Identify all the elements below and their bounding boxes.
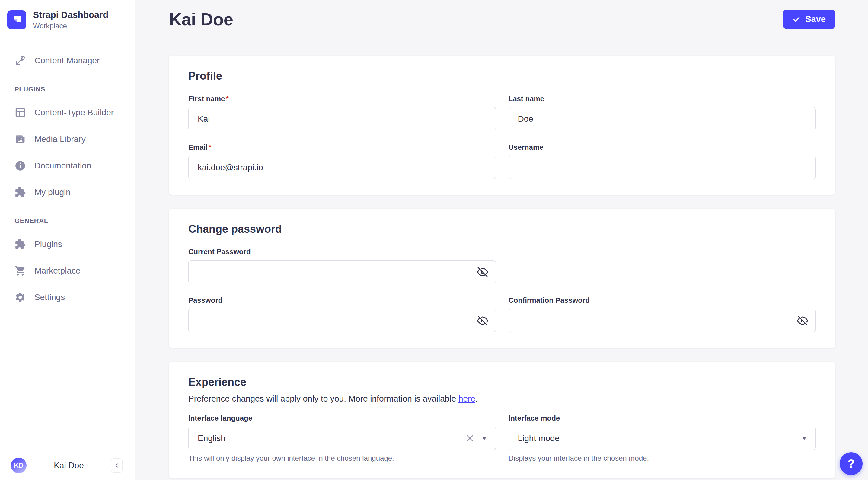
sidebar: Strapi Dashboard Workplace Content Manag…: [0, 0, 135, 480]
change-password-title: Change password: [188, 223, 816, 236]
question-mark-icon: ?: [847, 457, 855, 471]
sidebar-item-my-plugin[interactable]: My plugin: [4, 181, 131, 203]
eye-slash-icon: [477, 267, 488, 277]
profile-card: Profile First name* Last name Email* Use…: [169, 56, 835, 195]
sidebar-item-label: Settings: [34, 293, 65, 302]
username-label: Username: [508, 143, 816, 152]
username-field-group: Username: [508, 143, 816, 179]
page-header: Kai Doe Save: [169, 9, 835, 29]
workspace-title: Strapi Dashboard: [33, 10, 108, 20]
edit-pen-icon: [14, 55, 26, 66]
password-label: Password: [188, 296, 496, 305]
close-icon: [465, 434, 474, 443]
more-information-link[interactable]: here: [459, 394, 475, 403]
gear-icon: [14, 292, 26, 303]
interface-language-select[interactable]: English: [188, 426, 496, 450]
experience-card: Experience Preference changes will apply…: [169, 362, 835, 478]
cart-icon: [14, 265, 26, 276]
email-field-group: Email*: [188, 143, 496, 179]
new-password-field-group: Password: [188, 296, 496, 332]
save-button[interactable]: Save: [783, 10, 835, 29]
confirmation-password-field-group: Confirmation Password: [508, 296, 816, 332]
workspace-brand: Strapi Dashboard Workplace: [0, 0, 134, 42]
puzzle-icon: [14, 186, 26, 198]
main-content: Kai Doe Save Profile First name* Last na…: [135, 0, 868, 480]
save-button-label: Save: [805, 14, 826, 24]
profile-fields: First name* Last name Email* Username: [188, 94, 816, 179]
interface-language-value: English: [198, 433, 465, 443]
layout-icon: [14, 107, 26, 118]
current-password-field-group: Current Password: [188, 247, 496, 283]
sidebar-item-marketplace[interactable]: Marketplace: [4, 260, 131, 282]
first-name-field-group: First name*: [188, 94, 496, 130]
experience-subtitle: Preference changes will apply only to yo…: [188, 394, 816, 403]
chevron-down-icon: [802, 437, 807, 440]
sidebar-item-plugins[interactable]: Plugins: [4, 233, 131, 255]
sidebar-item-settings[interactable]: Settings: [4, 287, 131, 308]
experience-subtitle-text: Preference changes will apply only to yo…: [188, 394, 459, 403]
toggle-current-password-visibility-button[interactable]: [477, 267, 488, 277]
email-label-text: Email: [188, 143, 208, 151]
clear-language-button[interactable]: [465, 434, 474, 443]
password-input[interactable]: [188, 309, 496, 332]
page-title: Kai Doe: [169, 9, 233, 29]
sidebar-nav: Content Manager PLUGINS Content-Type Bui…: [0, 42, 134, 451]
first-name-input[interactable]: [188, 107, 496, 130]
workspace-text: Strapi Dashboard Workplace: [33, 10, 108, 30]
user-menu[interactable]: KD Kai Doe: [0, 451, 134, 480]
confirmation-password-label: Confirmation Password: [508, 296, 816, 305]
sidebar-item-content-type-builder[interactable]: Content-Type Builder: [4, 102, 131, 123]
eye-slash-icon: [477, 315, 488, 326]
sidebar-item-label: Content-Type Builder: [34, 108, 114, 117]
sidebar-section-general: GENERAL: [14, 217, 131, 225]
chevron-left-icon: [114, 463, 120, 468]
first-name-label: First name*: [188, 94, 496, 103]
interface-language-hint: This will only display your own interfac…: [188, 454, 496, 462]
confirmation-password-wrapper: [508, 309, 816, 332]
experience-fields: Interface language English This will onl…: [188, 414, 816, 462]
current-password-input[interactable]: [188, 260, 496, 283]
check-icon: [793, 16, 800, 23]
sidebar-item-media-library[interactable]: Media Library: [4, 128, 131, 150]
avatar: KD: [11, 458, 27, 473]
profile-card-title: Profile: [188, 70, 816, 82]
user-name: Kai Doe: [31, 461, 106, 470]
email-input[interactable]: [188, 156, 496, 179]
username-input[interactable]: [508, 156, 816, 179]
change-password-card: Change password Current Password Passwor…: [169, 209, 835, 348]
last-name-label: Last name: [508, 94, 816, 103]
image-icon: [14, 133, 26, 145]
interface-mode-hint: Displays your interface in the chosen mo…: [508, 454, 816, 462]
last-name-input[interactable]: [508, 107, 816, 130]
help-button[interactable]: ?: [840, 452, 863, 475]
confirmation-password-input[interactable]: [508, 309, 816, 332]
strapi-logo-icon: [7, 10, 26, 29]
interface-mode-value: Light mode: [518, 433, 802, 443]
sidebar-item-content-manager[interactable]: Content Manager: [4, 50, 131, 71]
current-password-wrapper: [188, 260, 496, 283]
chevron-down-icon: [482, 437, 487, 440]
sidebar-item-documentation[interactable]: Documentation: [4, 155, 131, 177]
last-name-field-group: Last name: [508, 94, 816, 130]
info-circle-icon: [14, 160, 26, 172]
sidebar-collapse-button[interactable]: [111, 458, 123, 473]
toggle-confirmation-password-visibility-button[interactable]: [797, 315, 808, 326]
interface-mode-select[interactable]: Light mode: [508, 426, 816, 450]
interface-language-label: Interface language: [188, 414, 496, 422]
puzzle-icon: [14, 239, 26, 250]
password-fields: Current Password Password: [188, 247, 816, 332]
password-wrapper: [188, 309, 496, 332]
interface-mode-label: Interface mode: [508, 414, 816, 422]
first-name-label-text: First name: [188, 94, 225, 103]
current-password-label: Current Password: [188, 247, 496, 256]
sidebar-item-label: Marketplace: [34, 266, 81, 276]
sidebar-item-label: Plugins: [34, 239, 62, 249]
toggle-password-visibility-button[interactable]: [477, 315, 488, 326]
sidebar-item-label: My plugin: [34, 187, 71, 197]
required-asterisk: *: [209, 143, 211, 151]
interface-language-field-group: Interface language English This will onl…: [188, 414, 496, 462]
interface-mode-field-group: Interface mode Light mode Displays your …: [508, 414, 816, 462]
email-label: Email*: [188, 143, 496, 152]
required-asterisk: *: [226, 94, 228, 103]
eye-slash-icon: [797, 315, 808, 326]
